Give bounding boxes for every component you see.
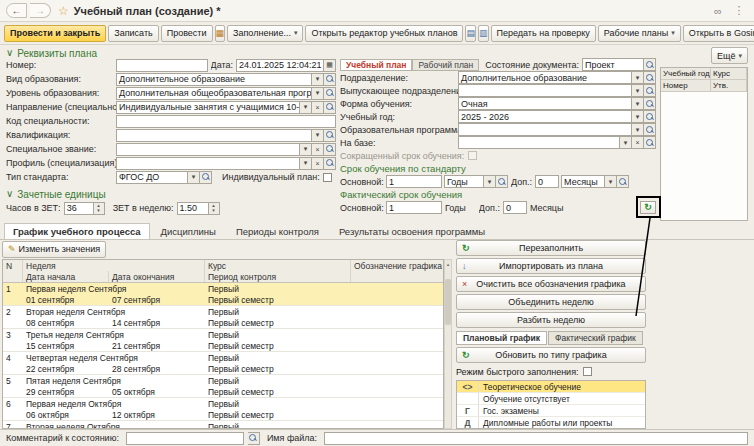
magnifier-icon[interactable] xyxy=(644,58,656,71)
table-row[interactable]: 6Первая неделя ОктябряПервый 06 октября1… xyxy=(3,398,443,421)
rank-input[interactable] xyxy=(116,143,300,156)
magnifier-icon[interactable] xyxy=(644,110,656,123)
number-input[interactable] xyxy=(116,59,208,72)
calendar-icon[interactable]: ▦ xyxy=(324,59,336,72)
clear-icon[interactable]: × xyxy=(632,136,644,149)
magnifier-icon[interactable] xyxy=(324,73,336,86)
send-to-review-button[interactable]: Передать на проверку xyxy=(491,25,596,42)
clear-icon[interactable]: × xyxy=(312,157,324,170)
table-vertical-scrollbar[interactable]: ▴ xyxy=(444,259,452,429)
fill-button[interactable]: Заполнение...▾ xyxy=(227,25,303,42)
magnifier-icon[interactable] xyxy=(644,84,656,97)
link-icon[interactable]: ∞ xyxy=(709,5,727,17)
years-table-body[interactable] xyxy=(661,92,747,220)
tab-work-plan[interactable]: Рабочий план xyxy=(412,59,479,71)
direction-input[interactable]: Индивидуальные занятия с учащимися 10-х … xyxy=(116,101,300,114)
standard-type-input[interactable]: ФГОС ДО xyxy=(116,171,188,184)
hours-spinner[interactable]: ▴▾ xyxy=(94,202,105,215)
magnifier-icon[interactable] xyxy=(644,123,656,136)
post-settings-button[interactable]: ▦ xyxy=(215,25,226,42)
scrollbar-thumb[interactable] xyxy=(445,279,451,325)
edit-values-button[interactable]: ✎Изменить значения xyxy=(2,241,106,258)
years-courses-table[interactable]: Учебный год Курс Номер Утв. xyxy=(660,67,748,221)
list-item[interactable]: <> Теоретическое обучение xyxy=(457,381,645,393)
split-week-button[interactable]: Разбить неделю xyxy=(456,312,646,328)
magnifier-icon[interactable] xyxy=(644,71,656,84)
magnifier-icon[interactable] xyxy=(644,97,656,110)
side-more-button[interactable]: Ещё▾ xyxy=(711,47,748,64)
tab-control-periods[interactable]: Периоды контроля xyxy=(227,223,328,239)
credits-section-header[interactable]: ∨ Зачетные единицы xyxy=(6,188,336,200)
fact-years-input[interactable]: 1 xyxy=(386,201,442,214)
tab-actual-schedule[interactable]: Фактический график xyxy=(548,331,643,345)
magnifier-icon[interactable] xyxy=(200,171,212,184)
magnifier-icon[interactable] xyxy=(324,157,336,170)
profile-input[interactable] xyxy=(116,157,300,170)
chevron-down-icon[interactable]: ▾ xyxy=(188,171,200,184)
document-button-1[interactable]: ▤ xyxy=(465,25,476,42)
tab-schedule[interactable]: График учебного процесса xyxy=(4,223,150,239)
chevron-down-icon[interactable]: ▾ xyxy=(632,110,644,123)
update-by-type-button[interactable]: ↻Обновить по типу графика xyxy=(456,347,646,363)
individual-plan-checkbox[interactable] xyxy=(323,173,332,182)
file-name-input[interactable] xyxy=(324,432,748,445)
import-from-plan-button[interactable]: ↓Импортировать из плана xyxy=(456,258,646,274)
chevron-down-icon[interactable]: ▾ xyxy=(312,87,324,100)
chevron-down-icon[interactable]: ▾ xyxy=(605,175,617,188)
grad-dept-input[interactable] xyxy=(458,84,632,97)
tab-planned-schedule[interactable]: Плановый график xyxy=(456,331,547,345)
school-year-input[interactable]: 2025 - 2026 xyxy=(458,110,632,123)
credits-spinner[interactable]: ▴▾ xyxy=(209,202,220,215)
scroll-up-icon[interactable]: ▴ xyxy=(447,260,450,269)
chevron-down-icon[interactable]: ▾ xyxy=(300,143,312,156)
date-input[interactable]: 24.01.2025 12:04:21 xyxy=(236,59,324,72)
chevron-down-icon[interactable]: ▾ xyxy=(312,73,324,86)
chevron-down-icon[interactable]: ▾ xyxy=(484,175,496,188)
chevron-down-icon[interactable]: ▾ xyxy=(300,157,312,170)
chevron-down-icon[interactable]: ▾ xyxy=(632,123,644,136)
clear-icon[interactable]: × xyxy=(312,143,324,156)
recalc-term-button[interactable]: ↻ xyxy=(640,201,656,214)
list-item[interactable]: Г Гос. экзамены xyxy=(457,405,645,417)
fact-months-input[interactable]: 0 xyxy=(503,201,527,214)
magnifier-icon[interactable] xyxy=(617,175,629,188)
magnifier-icon[interactable] xyxy=(644,136,656,149)
refill-button[interactable]: ↻Перезаполнить xyxy=(456,240,646,256)
back-button[interactable]: ← xyxy=(6,3,27,18)
comment-input[interactable] xyxy=(126,432,244,445)
magnifier-icon[interactable] xyxy=(248,432,260,445)
department-input[interactable]: Дополнительное образование xyxy=(458,71,632,84)
hours-per-credit-input[interactable]: 36 xyxy=(64,202,94,215)
open-plan-editor-button[interactable]: Открыть редактор учебных планов xyxy=(305,25,463,42)
post-button[interactable]: Провести xyxy=(161,25,213,42)
table-row[interactable]: 3Третья неделя СентябряПервый 15 сентябр… xyxy=(3,329,443,352)
edu-form-input[interactable]: Очная xyxy=(458,97,632,110)
post-and-close-button[interactable]: Провести и закрыть xyxy=(4,25,106,42)
qualification-input[interactable] xyxy=(116,129,312,142)
table-row[interactable]: 2Вторая неделя СентябряПервый 08 сентябр… xyxy=(3,306,443,329)
credits-per-week-input[interactable]: 1.50 xyxy=(177,202,209,215)
edu-kind-input[interactable]: Дополнительное образование xyxy=(116,73,312,86)
table-row[interactable]: 1Первая неделя СентябряПервый 01 сентябр… xyxy=(3,283,443,306)
clear-icon[interactable]: × xyxy=(312,101,324,114)
chevron-down-icon[interactable]: ▾ xyxy=(312,129,324,142)
magnifier-icon[interactable] xyxy=(324,129,336,142)
forward-button[interactable]: → xyxy=(30,3,51,18)
chevron-down-icon[interactable]: ▾ xyxy=(632,71,644,84)
chevron-down-icon[interactable]: ▾ xyxy=(632,84,644,97)
doc-state-input[interactable]: Проект xyxy=(582,58,644,71)
chevron-down-icon[interactable]: ▾ xyxy=(620,136,632,149)
list-item[interactable]: Обучение отсутствует xyxy=(457,393,645,405)
edu-level-input[interactable]: Дополнительная общеобразовательная прогр… xyxy=(116,87,312,100)
tab-disciplines[interactable]: Дисциплины xyxy=(152,223,225,239)
list-item[interactable]: Д Дипломные работы или проекты xyxy=(457,417,645,429)
table-row[interactable]: 4Четвертая неделя СентябряПервый 22 сент… xyxy=(3,352,443,375)
write-button[interactable]: Записать xyxy=(108,25,158,42)
document-button-2[interactable]: ▥ xyxy=(478,25,489,42)
open-gosinsp-button[interactable]: Открыть в Gosinsp xyxy=(683,25,754,42)
magnifier-icon[interactable] xyxy=(324,87,336,100)
table-row[interactable]: 7Вторая неделя ОктябряПервый xyxy=(3,421,443,429)
std-years-input[interactable]: 1 xyxy=(386,175,442,188)
tab-study-plan[interactable]: Учебный план xyxy=(340,59,412,71)
base-input[interactable] xyxy=(458,136,620,149)
